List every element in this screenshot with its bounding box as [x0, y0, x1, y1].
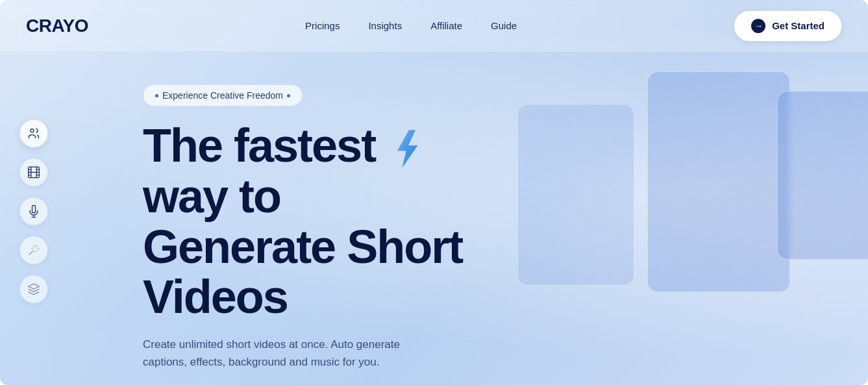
sidebar-layers-icon[interactable] [19, 275, 48, 303]
right-decoration [504, 52, 868, 385]
layers-svg-icon [27, 282, 40, 295]
logo: CRAYO [26, 16, 88, 36]
nav-guide[interactable]: Guide [479, 15, 528, 36]
nav-insights[interactable]: Insights [356, 15, 414, 36]
svg-marker-12 [397, 130, 418, 169]
sidebar-wand-icon[interactable] [19, 236, 48, 264]
nav-pricings[interactable]: Pricings [293, 15, 351, 36]
hero-title-line2: Generate Short Videos [143, 221, 462, 323]
sidebar-mic-icon[interactable] [19, 197, 48, 225]
hero-title: The fastest way to Generate Short Videos [143, 121, 493, 323]
dot-left [155, 94, 158, 97]
video-panel-left [517, 104, 634, 286]
nav: Pricings Insights Affiliate Guide [293, 15, 528, 36]
nav-affiliate[interactable]: Affiliate [419, 15, 474, 36]
sidebar-film-icon[interactable] [19, 158, 48, 186]
sidebar-users-icon[interactable] [19, 119, 48, 147]
lightning-icon [390, 129, 423, 170]
hero-subtitle: Create unlimited short videos at once. A… [143, 336, 428, 371]
page-wrapper: CRAYO Pricings Insights Affiliate Guide … [0, 0, 868, 385]
sidebar [19, 119, 48, 303]
get-started-button[interactable]: → Get Started [734, 10, 842, 42]
main-content: Experience Creative Freedom The fastest … [0, 52, 519, 385]
header: CRAYO Pricings Insights Affiliate Guide … [0, 0, 868, 52]
mic-svg-icon [27, 205, 40, 217]
arrow-right-icon: → [751, 19, 765, 33]
svg-point-0 [31, 129, 34, 132]
svg-marker-11 [29, 284, 40, 289]
tagline-text: Experience Creative Freedom [162, 90, 283, 101]
dot-right [287, 94, 290, 97]
video-panel-center [647, 71, 790, 292]
film-svg-icon [27, 166, 40, 179]
hero-title-line1: The fastest way to [143, 119, 426, 222]
video-panel-right [777, 91, 868, 260]
users-svg-icon [27, 127, 40, 140]
wand-svg-icon [27, 243, 40, 256]
tagline-badge: Experience Creative Freedom [143, 84, 303, 106]
